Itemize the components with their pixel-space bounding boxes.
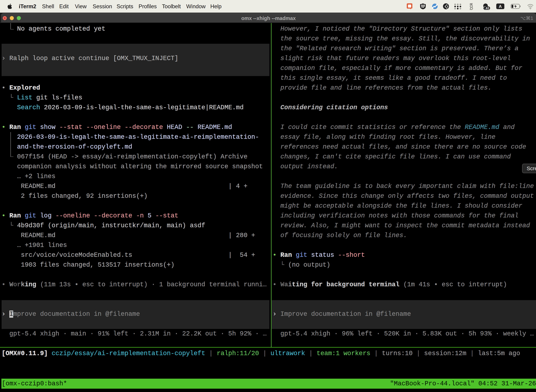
- svg-text:A: A: [499, 4, 502, 9]
- svg-text:..61: ..61: [484, 6, 489, 10]
